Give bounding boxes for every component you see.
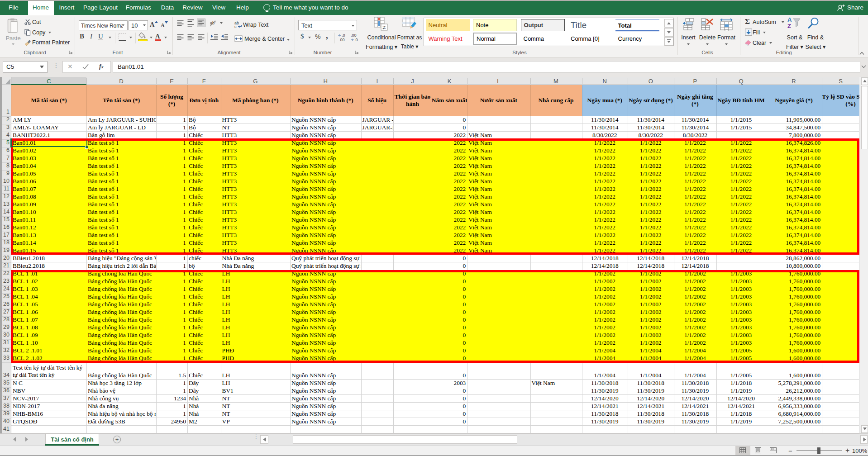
svg-text:≠: ≠ xyxy=(382,24,386,31)
svg-text:.0: .0 xyxy=(342,33,345,38)
svg-text:.00: .00 xyxy=(351,33,357,38)
svg-text:ab: ab xyxy=(210,21,215,25)
svg-text:c: c xyxy=(234,24,237,28)
svg-text:.0: .0 xyxy=(354,38,358,42)
svg-text:.00: .00 xyxy=(339,38,345,42)
